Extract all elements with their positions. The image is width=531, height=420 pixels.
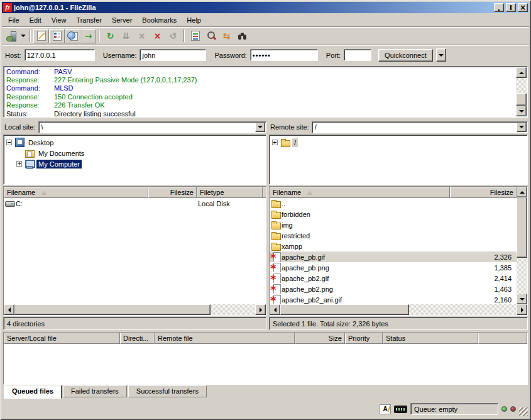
remote-site-dropdown-button[interactable] bbox=[517, 123, 527, 132]
remote-hscrollbar[interactable] bbox=[270, 304, 527, 315]
title-bar[interactable]: fz john@127.0.0.1 - FileZilla × bbox=[2, 2, 529, 13]
scroll-up-button[interactable] bbox=[517, 187, 527, 197]
file-row-apache-pb-png[interactable]: apache_pb.png1,385 bbox=[270, 262, 517, 273]
maximize-button[interactable] bbox=[506, 3, 516, 12]
scroll-right-button[interactable] bbox=[255, 304, 266, 315]
scroll-track[interactable] bbox=[516, 78, 527, 106]
column-header-filename[interactable]: Filename bbox=[270, 187, 450, 198]
file-row-blank[interactable]: .. bbox=[270, 198, 517, 209]
scroll-thumb[interactable] bbox=[516, 93, 527, 106]
host-input[interactable] bbox=[27, 50, 92, 60]
column-header-directi[interactable]: Directi... bbox=[120, 333, 155, 344]
scroll-left-button[interactable] bbox=[270, 304, 280, 315]
menu-bookmarks[interactable]: Bookmarks bbox=[137, 14, 182, 26]
site-manager-button[interactable] bbox=[3, 29, 19, 43]
refresh-button[interactable] bbox=[102, 29, 118, 43]
file-row-apache-pb-gif[interactable]: apache_pb.gif2,326 bbox=[270, 251, 517, 262]
file-row-forbidden[interactable]: forbidden bbox=[270, 209, 517, 219]
scroll-up-button[interactable] bbox=[516, 67, 527, 78]
username-input[interactable] bbox=[142, 50, 204, 60]
scroll-thumb[interactable] bbox=[14, 304, 211, 315]
file-row-apache-pb2-gif[interactable]: apache_pb2.gif2,414 bbox=[270, 273, 517, 284]
site-manager-dropdown-button[interactable] bbox=[19, 29, 27, 43]
expand-plus-icon[interactable] bbox=[16, 161, 22, 167]
tab-queued-files[interactable]: Queued files bbox=[4, 385, 62, 399]
tab-failed-transfers[interactable]: Failed transfers bbox=[63, 385, 127, 397]
reconnect-button[interactable] bbox=[165, 29, 181, 43]
local-hscrollbar[interactable] bbox=[4, 304, 266, 315]
toggle-local-tree-button[interactable] bbox=[49, 29, 65, 43]
scroll-down-button[interactable] bbox=[517, 294, 527, 304]
column-header-filename[interactable]: Filename bbox=[4, 187, 148, 198]
quickconnect-button[interactable]: Quickconnect bbox=[378, 49, 433, 62]
password-input[interactable] bbox=[253, 50, 315, 60]
scroll-thumb[interactable] bbox=[280, 304, 409, 315]
expand-plus-icon[interactable] bbox=[272, 140, 278, 145]
disconnect-button[interactable] bbox=[150, 29, 165, 43]
tree-item-desktop[interactable]: Desktop bbox=[4, 137, 266, 148]
filename-cell: forbidden bbox=[270, 209, 450, 219]
file-row-img[interactable]: img bbox=[270, 219, 517, 230]
tab-successful-transfers[interactable]: Successful transfers bbox=[128, 385, 207, 397]
folder-icon bbox=[271, 209, 282, 219]
column-header-remote-file[interactable]: Remote file bbox=[155, 333, 295, 344]
scroll-right-button[interactable] bbox=[517, 304, 527, 315]
toggle-queue-button[interactable] bbox=[80, 29, 96, 43]
column-header-l[interactable]: L bbox=[263, 187, 266, 198]
remote-vscrollbar[interactable] bbox=[517, 187, 527, 304]
process-queue-button[interactable] bbox=[118, 29, 134, 43]
tree-item-blank[interactable]: / bbox=[270, 137, 527, 148]
scroll-track[interactable] bbox=[517, 197, 527, 294]
collapse-minus-icon[interactable] bbox=[6, 140, 12, 145]
directory-comparison-button[interactable] bbox=[187, 29, 203, 43]
port-input[interactable] bbox=[346, 50, 369, 60]
column-header-server-local-file[interactable]: Server/Local file bbox=[4, 333, 120, 344]
column-header-filesize[interactable]: Filesize bbox=[450, 187, 517, 198]
find-files-button[interactable] bbox=[234, 29, 250, 43]
filetype-cell: Local Disk bbox=[197, 200, 263, 207]
resize-grip[interactable] bbox=[519, 407, 528, 416]
file-row-restricted[interactable]: restricted bbox=[270, 230, 517, 241]
scroll-thumb[interactable] bbox=[517, 197, 527, 258]
menu-transfer[interactable]: Transfer bbox=[71, 14, 107, 26]
menu-edit[interactable]: Edit bbox=[25, 14, 47, 26]
menu-view[interactable]: View bbox=[47, 14, 72, 26]
local-pane: Local site: \ DesktopMy DocumentsMy Comp… bbox=[3, 120, 266, 330]
local-site-dropdown-button[interactable] bbox=[255, 123, 265, 132]
column-label: Size bbox=[329, 334, 342, 342]
scroll-track[interactable] bbox=[14, 304, 255, 315]
column-header-size[interactable]: Size bbox=[295, 333, 345, 344]
column-header-filesize[interactable]: Filesize bbox=[148, 187, 197, 198]
column-header-filetype[interactable]: Filetype bbox=[197, 187, 263, 198]
scroll-track[interactable] bbox=[280, 304, 517, 315]
file-row-apache-pb2-ani-gif[interactable]: apache_pb2_ani.gif2,160 bbox=[270, 294, 517, 304]
toggle-message-log-button[interactable] bbox=[33, 29, 49, 43]
scroll-left-button[interactable] bbox=[4, 304, 14, 315]
menu-server[interactable]: Server bbox=[107, 14, 137, 26]
menu-file[interactable]: File bbox=[3, 14, 25, 26]
queue-body[interactable] bbox=[4, 344, 527, 384]
column-header-priority[interactable]: Priority bbox=[345, 333, 383, 344]
remote-site-combobox[interactable]: / bbox=[312, 121, 528, 133]
tree-item-my-computer[interactable]: My Computer bbox=[4, 158, 266, 169]
local-site-combobox[interactable]: \ bbox=[38, 121, 266, 133]
scroll-down-button[interactable] bbox=[516, 106, 527, 116]
synchronized-browsing-button[interactable] bbox=[219, 29, 234, 43]
minimize-button[interactable] bbox=[494, 3, 504, 12]
file-row-xampp[interactable]: xampp bbox=[270, 241, 517, 251]
tree-item-my-documents[interactable]: My Documents bbox=[4, 148, 266, 158]
tree-item-label: / bbox=[292, 138, 298, 147]
column-header-status[interactable]: Status bbox=[383, 333, 478, 344]
file-row-c[interactable]: C:Local Disk bbox=[4, 198, 266, 209]
menu-help[interactable]: Help bbox=[182, 14, 206, 26]
log-scrollbar[interactable] bbox=[516, 67, 527, 116]
toggle-remote-tree-button[interactable] bbox=[65, 29, 80, 43]
close-button[interactable]: × bbox=[518, 3, 528, 12]
filename-filters-button[interactable] bbox=[203, 29, 219, 43]
column-label: Status bbox=[386, 334, 405, 342]
column-header-blank[interactable] bbox=[478, 333, 527, 344]
log-line-label: Status: bbox=[6, 110, 54, 118]
cancel-operation-button[interactable] bbox=[134, 29, 150, 43]
quickconnect-dropdown-button[interactable] bbox=[436, 48, 446, 62]
file-row-apache-pb2-png[interactable]: apache_pb2.png1,463 bbox=[270, 284, 517, 294]
